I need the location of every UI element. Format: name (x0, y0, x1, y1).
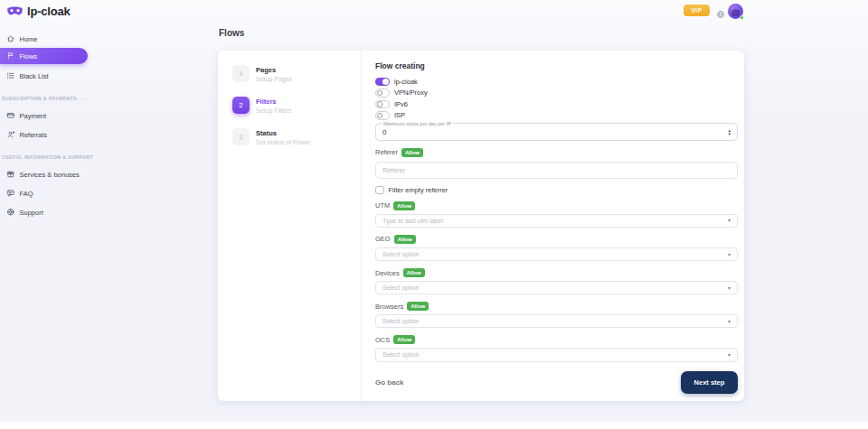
sidebar: lp-cloak Home Flows Black List SUBSCRIPT… (0, 0, 89, 429)
user-avatar[interactable] (728, 4, 743, 19)
utm-placeholder: Type to add utm label (382, 218, 728, 224)
toggle-label: lp-cloak (394, 78, 418, 86)
geo-label-row: GEO Allow (375, 235, 738, 244)
filter-empty-referrer-row[interactable]: Filter empty referrer (375, 186, 738, 195)
form-footer: Go back Next step (375, 371, 738, 394)
flows-icon (6, 51, 15, 61)
devices-placeholder: Select option (382, 284, 728, 291)
max-clicks-field[interactable]: Maximum clicks per day per IP 0 ▴ ▾ (375, 123, 738, 141)
sidebar-item-faq[interactable]: FAQ (0, 187, 89, 200)
utm-allow-badge[interactable]: Allow (393, 201, 415, 210)
sidebar-item-flows[interactable]: Flows (0, 48, 88, 64)
toggle-switch-off[interactable] (375, 89, 390, 98)
step-number: 3 (232, 128, 250, 145)
browsers-label-row: Browsers Allow (375, 302, 738, 311)
referer-label: Referer (375, 148, 398, 156)
sidebar-item-payment[interactable]: Payment (0, 109, 89, 122)
geo-select[interactable]: Select option ▾ (375, 247, 738, 262)
step-status[interactable]: 3 Status Set status of Flows (232, 128, 309, 145)
filter-empty-label: Filter empty referrer (389, 186, 448, 194)
number-stepper[interactable]: ▴ ▾ (728, 128, 731, 136)
go-back-button[interactable]: Go back (375, 378, 404, 387)
mask-icon (6, 5, 24, 18)
toggle-knob (377, 90, 383, 97)
caret-down-icon: ▾ (728, 218, 731, 223)
caret-down-icon: ▾ (728, 319, 731, 324)
referrals-icon (6, 130, 15, 139)
browsers-label: Browsers (375, 303, 403, 311)
ocs-label: OCS (375, 336, 390, 344)
ocs-allow-badge[interactable]: Allow (393, 335, 415, 344)
sidebar-item-label: Flows (20, 52, 38, 61)
stepper-down-icon[interactable]: ▾ (728, 132, 731, 136)
online-status-dot (740, 15, 744, 20)
toggle-isp[interactable]: ISP (375, 110, 738, 122)
toggle-lp-cloak[interactable]: lp-cloak (375, 76, 738, 88)
caret-down-icon: ▾ (728, 285, 731, 291)
devices-select[interactable]: Select option ▾ (375, 281, 738, 295)
next-step-button[interactable]: Next step (681, 371, 738, 394)
flow-card: 1 Pages Setup Pages 2 Filters Setup Filt… (218, 51, 744, 401)
step-number: 2 (232, 97, 250, 114)
referer-allow-badge[interactable]: Allow (401, 148, 423, 157)
sidebar-item-label: Referrals (20, 131, 47, 139)
sidebar-item-label: Services & bonuses (20, 171, 80, 179)
toggle-switch-off[interactable] (375, 111, 390, 120)
devices-allow-badge[interactable]: Allow (403, 268, 425, 277)
ocs-select[interactable]: Select option ▾ (375, 348, 738, 362)
browsers-placeholder: Select option (382, 318, 728, 324)
utm-label: UTM (375, 201, 390, 210)
ocs-placeholder: Select option (382, 351, 728, 358)
toggle-switch-off[interactable] (375, 100, 390, 109)
max-clicks-value[interactable]: 0 (382, 128, 728, 136)
geo-label: GEO (375, 235, 391, 243)
sidebar-item-label: FAQ (20, 190, 33, 198)
caret-down-icon: ▾ (728, 252, 731, 257)
utm-input[interactable]: Type to add utm label ▾ (375, 214, 738, 228)
caret-down-icon: ▾ (728, 352, 731, 358)
payment-icon (6, 111, 15, 120)
flow-form: Flow creating lp-cloak VPN/Proxy IPv6 IS… (375, 51, 738, 394)
sidebar-item-label: Home (20, 35, 38, 43)
browsers-select[interactable]: Select option ▾ (375, 314, 738, 329)
blacklist-icon (6, 71, 15, 80)
sidebar-item-support[interactable]: Support (0, 206, 89, 219)
utm-label-row: UTM Allow (375, 201, 738, 210)
sidebar-item-services[interactable]: Services & bonuses (0, 168, 89, 181)
devices-label-row: Devices Allow (375, 268, 738, 277)
toggle-label: VPN/Proxy (394, 89, 428, 97)
filter-empty-checkbox[interactable] (375, 186, 384, 195)
sidebar-item-home[interactable]: Home (0, 33, 89, 45)
toggle-vpn-proxy[interactable]: VPN/Proxy (375, 88, 738, 99)
toggle-ipv6[interactable]: IPv6 (375, 98, 738, 110)
step-filters[interactable]: 2 Filters Setup Filters (232, 97, 291, 114)
toggle-knob (377, 101, 383, 107)
step-title: Status (256, 128, 309, 137)
step-title: Filters (256, 97, 291, 106)
sidebar-item-black-list[interactable]: Black List (0, 70, 89, 82)
referer-input[interactable] (375, 162, 738, 179)
referer-label-row: Referer Allow (375, 148, 738, 157)
geo-placeholder: Select option (382, 251, 728, 257)
brand-name: lp-cloak (27, 5, 71, 18)
browsers-allow-badge[interactable]: Allow (407, 302, 429, 311)
brand-logo[interactable]: lp-cloak (6, 5, 71, 18)
step-pages[interactable]: 1 Pages Setup Pages (232, 65, 292, 82)
devices-label: Devices (375, 269, 400, 277)
toggle-switch-on[interactable] (375, 78, 390, 87)
app-root: lp-cloak Home Flows Black List SUBSCRIPT… (0, 0, 868, 429)
footer-bar (0, 422, 868, 429)
sidebar-item-referrals[interactable]: Referrals (0, 128, 89, 141)
page-title: Flows (219, 28, 244, 38)
max-clicks-label: Maximum clicks per day per IP (382, 121, 453, 126)
step-number: 1 (232, 65, 250, 82)
vip-button[interactable]: VIP (684, 5, 710, 16)
sidebar-section-useful: USEFUL INFORMATION & SUPPORT (2, 154, 88, 160)
services-icon (6, 170, 15, 179)
language-globe-button[interactable] (716, 6, 725, 15)
form-title: Flow creating (375, 61, 738, 70)
step-title: Pages (256, 65, 292, 74)
sidebar-item-label: Black List (20, 72, 49, 80)
geo-allow-badge[interactable]: Allow (394, 235, 416, 244)
home-icon (6, 34, 15, 43)
